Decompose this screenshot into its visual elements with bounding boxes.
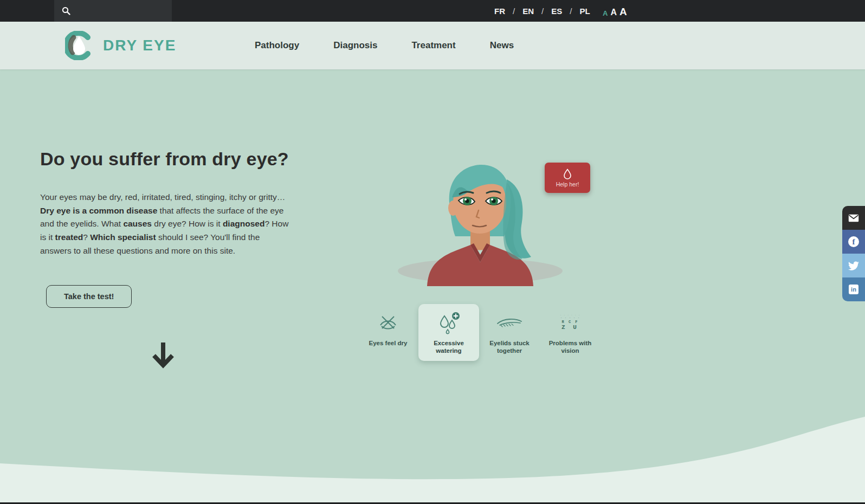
take-the-test-button[interactable]: Take the test! — [46, 285, 132, 308]
nav-pathology[interactable]: Pathology — [255, 40, 299, 51]
page-title: Do you suffer from dry eye? — [40, 148, 289, 170]
lang-separator: / — [513, 7, 515, 16]
scroll-down-arrow-icon[interactable] — [150, 340, 176, 369]
closed-eyelid-icon — [495, 315, 524, 331]
site-logo[interactable]: DRY EYE — [65, 31, 176, 60]
lang-es[interactable]: ES — [551, 7, 562, 16]
lang-separator: / — [541, 7, 544, 16]
lang-pl[interactable]: PL — [579, 7, 590, 16]
help-her-label: Help her! — [556, 181, 579, 188]
twitter-share-button[interactable] — [842, 254, 865, 277]
nav-treatment[interactable]: Treatment — [411, 40, 455, 51]
intro-paragraph: Your eyes may be dry, red, irritated, ti… — [40, 191, 292, 257]
woman-illustration — [396, 155, 565, 286]
font-size-large-button[interactable]: A — [619, 7, 627, 17]
symptom-eyelids-stuck-together[interactable]: Eyelids stuck together — [479, 304, 540, 354]
search-input[interactable] — [76, 7, 163, 15]
main-navigation: Pathology Diagnosis Treatment News — [255, 22, 514, 69]
font-size-small-button[interactable]: A — [603, 10, 608, 17]
droplet-icon — [563, 169, 572, 179]
lang-fr[interactable]: FR — [494, 7, 505, 16]
linkedin-icon: in — [849, 285, 858, 294]
symptom-problems-with-vision[interactable]: · · · · · · · · · · · R C F Z U Problems… — [540, 304, 601, 354]
dry-eye-logo-icon — [65, 31, 94, 60]
eye-chart-icon: · · · · · · · · · · · R C F Z U — [560, 314, 580, 331]
facebook-icon: f — [848, 236, 859, 247]
site-header: DRY EYE Pathology Diagnosis Treatment Ne… — [0, 22, 865, 69]
logo-wordmark: DRY EYE — [103, 37, 176, 54]
symptom-label: Eyes feel dry — [366, 340, 410, 347]
twitter-icon — [848, 261, 859, 270]
symptom-excessive-watering[interactable]: Excessive watering — [418, 304, 479, 361]
envelope-icon — [848, 214, 859, 222]
bottom-wave-decoration — [0, 409, 865, 504]
droplets-plus-icon — [436, 312, 461, 334]
search-icon — [62, 7, 70, 15]
symptom-eyes-feel-dry[interactable]: Eyes feel dry — [358, 304, 418, 347]
top-utility-bar: FR/ EN/ ES/ PL A A A — [0, 0, 865, 22]
linkedin-share-button[interactable]: in — [842, 277, 865, 301]
symptom-label: Problems with vision — [548, 340, 592, 354]
hero-section: Do you suffer from dry eye? Your eyes ma… — [0, 69, 865, 504]
nav-news[interactable]: News — [490, 40, 514, 51]
social-share-rail: f in — [842, 206, 865, 301]
symptom-label: Eyelids stuck together — [488, 340, 531, 354]
font-size-controls: A A A — [603, 0, 627, 22]
symptom-label: Excessive watering — [427, 340, 470, 354]
help-her-button[interactable]: Help her! — [545, 163, 590, 193]
facebook-share-button[interactable]: f — [842, 230, 865, 254]
font-size-medium-button[interactable]: A — [610, 8, 617, 17]
email-share-button[interactable] — [842, 206, 865, 230]
search-box[interactable] — [54, 0, 172, 22]
lang-separator: / — [570, 7, 572, 16]
symptom-list: Eyes feel dry Excessive watering — [358, 304, 601, 361]
lang-en[interactable]: EN — [522, 7, 534, 16]
language-switcher: FR/ EN/ ES/ PL — [494, 0, 590, 22]
nav-diagnosis[interactable]: Diagnosis — [333, 40, 377, 51]
crossed-eye-icon — [377, 313, 399, 333]
